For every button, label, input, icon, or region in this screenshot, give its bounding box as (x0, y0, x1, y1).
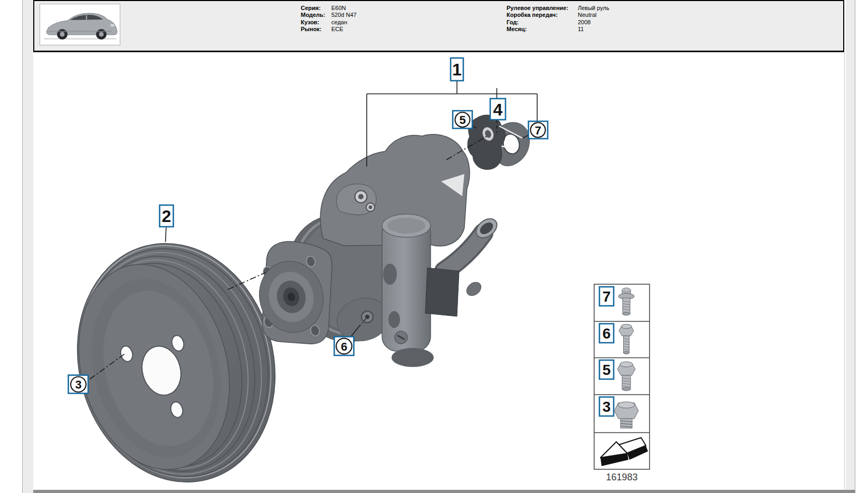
callout-4-label: 4 (493, 100, 503, 119)
callout-3[interactable]: 3 (69, 375, 89, 394)
callout-4[interactable]: 4 (490, 99, 505, 120)
vehicle-info-header: Серия: E60N Модель: 520d N47 Кузов: седа… (33, 0, 844, 52)
mounting-bracket-illustration (468, 115, 529, 169)
exploded-view-drawing: 1 2 3 4 5 6 (33, 52, 844, 490)
vehicle-info-column-1: Серия: E60N Модель: 520d N47 Кузов: седа… (301, 5, 357, 33)
diagram-right-border (844, 52, 845, 490)
drawing-number: 161983 (606, 472, 637, 482)
power-steering-pump-illustration (251, 134, 500, 367)
parts-diagram: 1 2 3 4 5 6 (33, 52, 844, 490)
info-value: 11 (578, 26, 609, 33)
info-value: седан (331, 19, 357, 26)
horizontal-scrollbar[interactable] (33, 490, 855, 493)
info-label: Рынок: (301, 26, 331, 33)
info-label: Рулевое управление: (507, 5, 578, 12)
callout-6-label: 6 (341, 340, 347, 353)
parts-catalog-page: Серия: E60N Модель: 520d N47 Кузов: седа… (0, 0, 868, 493)
callout-1-label: 1 (452, 60, 462, 79)
legend-number-3: 3 (603, 399, 611, 415)
right-gutter (846, 0, 855, 493)
legend-number-6: 6 (603, 325, 611, 342)
bmw-sedan-icon (40, 4, 120, 45)
info-value: Левый руль (578, 5, 609, 12)
vehicle-info-column-2: Рулевое управление: Левый руль Коробка п… (507, 5, 609, 33)
info-label: Месяц: (507, 26, 578, 33)
callout-1[interactable]: 1 (451, 58, 463, 81)
legend-number-7: 7 (603, 288, 611, 305)
callout-5[interactable]: 5 (453, 111, 472, 129)
info-value: ECE (331, 26, 357, 33)
callout-2[interactable]: 2 (160, 205, 174, 227)
callout-7-label: 7 (535, 124, 541, 137)
info-value: 520d N47 (331, 12, 357, 18)
info-label: Кузов: (301, 19, 331, 26)
info-label: Серия: (301, 5, 331, 12)
left-gutter (22, 0, 34, 493)
info-label: Модель: (301, 12, 331, 18)
info-value: E60N (331, 5, 357, 12)
vehicle-thumbnail (40, 4, 120, 45)
callout-2-label: 2 (162, 207, 171, 226)
info-value: 2008 (578, 19, 609, 26)
callout-3-label: 3 (75, 378, 81, 391)
fastener-legend-table: 7 6 (594, 284, 650, 482)
callout-6[interactable]: 6 (335, 337, 354, 356)
callout-5-label: 5 (459, 113, 465, 127)
legend-number-5: 5 (603, 362, 611, 378)
callout-7[interactable]: 7 (529, 121, 548, 139)
info-label: Коробка передач: (507, 12, 578, 18)
info-value: Neutral (578, 12, 609, 18)
pulley-illustration (51, 221, 301, 490)
info-label: Год: (507, 19, 578, 26)
